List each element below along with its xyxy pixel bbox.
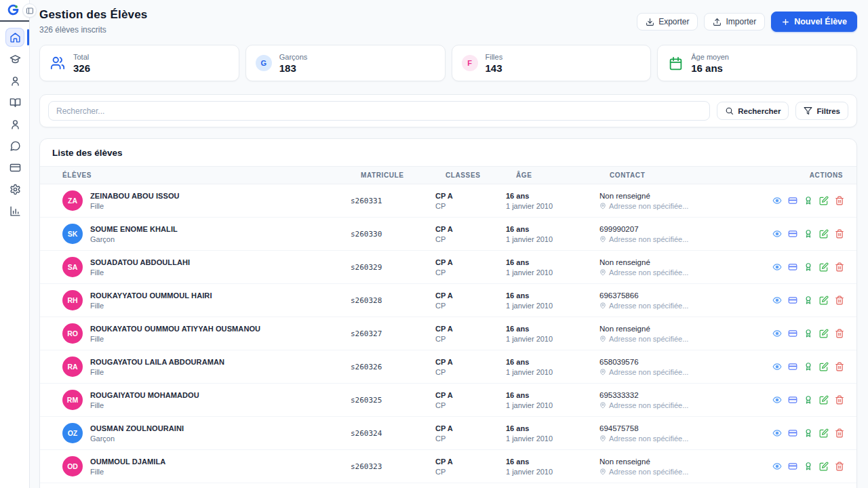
actions-cell [743, 428, 844, 439]
award-button[interactable] [803, 395, 813, 405]
card-button[interactable] [787, 462, 797, 472]
view-button[interactable] [772, 296, 782, 306]
sidebar-item-courses[interactable] [0, 92, 30, 113]
edit-icon [819, 395, 829, 405]
view-button[interactable] [772, 196, 782, 206]
view-button[interactable] [772, 262, 782, 272]
view-button[interactable] [772, 428, 782, 439]
card-button[interactable] [787, 262, 797, 272]
delete-button[interactable] [834, 196, 844, 206]
contact-cell: Non renseigné Adresse non spécifiée... [599, 192, 743, 210]
student-gender: Fille [90, 335, 260, 343]
trash-icon [835, 329, 844, 338]
class-cell: CP A CP [435, 291, 506, 310]
view-button[interactable] [772, 362, 782, 372]
sidebar-item-messages[interactable] [0, 135, 30, 157]
sidebar-item-settings[interactable] [0, 178, 30, 200]
table-row[interactable]: RM ROUGAIYATOU MOHAMADOU Fille s260325 C… [40, 384, 856, 417]
card-button[interactable] [787, 428, 797, 439]
delete-button[interactable] [834, 296, 844, 306]
search-input[interactable] [48, 101, 710, 121]
class-sub: CP [435, 434, 506, 443]
sidebar-item-classes[interactable] [0, 48, 30, 70]
contact-cell: 699990207 Adresse non spécifiée... [599, 225, 743, 243]
map-pin-icon [599, 203, 606, 209]
delete-button[interactable] [834, 395, 844, 405]
table-row[interactable]: RO ROUKAYATOU OUMMOU ATIYYAH OUSMANOU Fi… [40, 317, 856, 350]
delete-button[interactable] [834, 229, 844, 239]
trash-icon [835, 262, 844, 272]
delete-button[interactable] [834, 428, 844, 439]
edit-button[interactable] [818, 262, 829, 272]
table-row[interactable]: RA ROUGAYATOU LAILA ABDOURAMAN Fille s26… [40, 350, 856, 384]
new-student-label: Nouvel Élève [794, 17, 847, 26]
export-button[interactable]: Exporter [637, 13, 698, 30]
edit-button[interactable] [818, 395, 829, 405]
card-button[interactable] [787, 196, 797, 206]
delete-button[interactable] [834, 462, 844, 472]
edit-icon [819, 462, 829, 471]
student-address: Adresse non spécifiée... [599, 335, 743, 343]
view-button[interactable] [772, 229, 782, 239]
card-button[interactable] [787, 229, 797, 239]
map-pin-icon [599, 369, 606, 375]
table-row[interactable]: SA SOUADATOU ABDOULLAHI Fille s260329 CP… [40, 251, 856, 284]
edit-button[interactable] [818, 362, 829, 372]
award-button[interactable] [803, 196, 813, 206]
card-button[interactable] [787, 362, 797, 372]
search-button[interactable]: Rechercher [717, 102, 789, 120]
sidebar-toggle-button[interactable] [22, 3, 37, 18]
table-row[interactable]: OZ OUSMAN ZOULNOURAINI Garçon s260324 CP… [40, 417, 856, 450]
new-student-button[interactable]: Nouvel Élève [771, 12, 857, 32]
award-button[interactable] [803, 262, 813, 272]
award-button[interactable] [803, 229, 813, 239]
sidebar-item-home[interactable] [0, 26, 30, 48]
sidebar-item-statistics[interactable] [0, 200, 30, 222]
delete-button[interactable] [834, 329, 844, 339]
edit-button[interactable] [818, 462, 829, 472]
edit-button[interactable] [818, 428, 829, 439]
class-sub: CP [435, 202, 506, 210]
class-main: CP A [435, 225, 506, 233]
main-content: Gestion des Élèves 326 élèves inscrits E… [30, 0, 868, 488]
address-text: Adresse non spécifiée... [609, 202, 688, 210]
table-row[interactable]: RH ROUKAYYATOU OUMMOUL HAIRI Fille s2603… [40, 284, 856, 317]
edit-button[interactable] [818, 296, 829, 306]
table-row[interactable]: ZA ZEINABOU ABOU ISSOU Fille s260331 CP … [40, 184, 856, 218]
student-cell: SA SOUADATOU ABDOULLAHI Fille [52, 257, 351, 277]
award-button[interactable] [803, 462, 813, 472]
student-address: Adresse non spécifiée... [599, 468, 743, 476]
edit-button[interactable] [818, 229, 829, 239]
card-button[interactable] [787, 395, 797, 405]
award-button[interactable] [803, 296, 813, 306]
edit-button[interactable] [818, 329, 829, 339]
student-gender: Fille [90, 368, 224, 376]
card-button[interactable] [787, 329, 797, 339]
delete-button[interactable] [834, 262, 844, 272]
view-button[interactable] [772, 395, 782, 405]
award-button[interactable] [803, 428, 813, 439]
eye-icon [772, 462, 782, 471]
actions-cell [743, 196, 844, 206]
view-button[interactable] [772, 462, 782, 472]
import-button[interactable]: Importer [704, 13, 765, 30]
table-row[interactable]: OD OUMMOUL DJAMILA Fille s260323 CP A CP… [40, 450, 856, 483]
sidebar-item-teachers[interactable] [0, 113, 30, 135]
table-row[interactable] [40, 483, 856, 488]
award-button[interactable] [803, 362, 813, 372]
map-pin-icon [599, 435, 606, 442]
age-cell: 16 ans 1 janvier 2010 [506, 192, 599, 210]
award-icon [804, 196, 813, 205]
view-button[interactable] [772, 329, 782, 339]
card-button[interactable] [787, 296, 797, 306]
student-gender: Fille [90, 468, 165, 476]
delete-button[interactable] [834, 362, 844, 372]
class-main: CP A [435, 458, 506, 466]
award-button[interactable] [803, 329, 813, 339]
table-row[interactable]: SK SOUME ENOME KHALIL Garçon s260330 CP … [40, 218, 856, 251]
filters-button[interactable]: Filtres [795, 102, 848, 120]
sidebar-item-payments[interactable] [0, 157, 30, 178]
sidebar-item-students[interactable] [0, 70, 30, 92]
filter-icon [804, 106, 812, 115]
edit-button[interactable] [818, 196, 829, 206]
